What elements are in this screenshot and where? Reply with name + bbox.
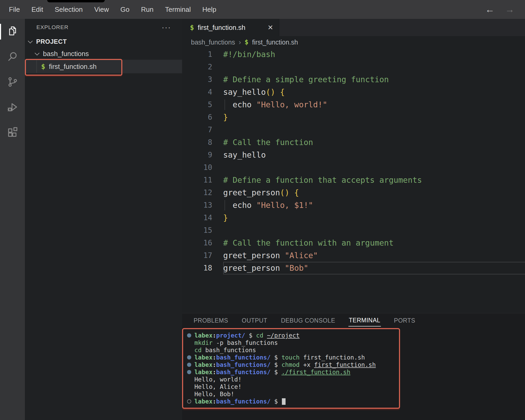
menu-item-go[interactable]: Go [121,5,130,14]
panel-tab-terminal[interactable]: TERMINAL [348,315,381,327]
code-line-11[interactable]: 11# Define a function that accepts argum… [182,174,525,186]
code-line-12[interactable]: 12greet_person() { [182,186,525,199]
terminal[interactable]: labex:project/ $ cd ~/projectmkdir -p ba… [186,332,399,405]
code-line-9[interactable]: 9say_hello [182,149,525,161]
code-line-18[interactable]: 18greet_person "Bob" [182,262,525,274]
folder-label: bash_functions [43,50,89,58]
terminal-token: labex [194,361,212,368]
indent-guide-icon [225,100,225,110]
code-line-4[interactable]: 4say_hello() { [182,86,525,98]
code-line-2[interactable]: 2 [182,61,525,73]
code-line-5[interactable]: 5 echo "Hello, world!" [182,98,525,111]
tree-item-bash-functions[interactable]: bash_functions [25,48,182,60]
extensions-icon [7,127,19,140]
terminal-text: cd bash_functions [194,347,256,353]
prompt-spacer [187,392,191,396]
terminal-token: bash_functions/ [216,361,271,368]
breadcrumb-folder[interactable]: bash_functions [191,38,235,46]
menu-item-help[interactable]: Help [202,5,216,14]
terminal-text: Hello, world! [194,376,242,383]
sidebar-item-source-control[interactable] [0,70,25,95]
code-line-16[interactable]: 16# Call the function with an argument [182,237,525,249]
more-actions-icon[interactable]: ··· [162,26,171,29]
code-line-7[interactable]: 7 [182,124,525,136]
code-line-content: say_hello [223,149,525,161]
terminal-token: bash_functions [205,347,256,353]
close-icon[interactable]: ✕ [267,24,273,32]
breadcrumb-file[interactable]: first_function.sh [252,38,298,46]
menu-bar: FileEditSelectionViewGoRunTerminalHelp ←… [0,0,525,19]
prompt-done-icon [187,370,191,374]
menu-item-terminal[interactable]: Terminal [165,5,191,14]
code-line-content: greet_person "Alice" [223,249,525,262]
terminal-token: $ [271,361,282,368]
code-line-8[interactable]: 8# Call the function [182,136,525,149]
line-number: 3 [182,73,223,86]
panel-tab-ports[interactable]: PORTS [393,316,416,326]
tree-item-project[interactable]: PROJECT [25,36,182,48]
explorer-title: EXPLORER [36,24,68,30]
code-token [275,87,280,97]
terminal-token: labex [194,369,212,375]
menu-item-selection[interactable]: Selection [55,5,83,14]
source-control-icon [7,76,19,89]
panel-tab-debug-console[interactable]: DEBUG CONSOLE [280,316,336,326]
terminal-token: labex [194,354,212,361]
menu-item-view[interactable]: View [94,5,109,14]
terminal-token: bash_functions/ [216,354,271,361]
menu-item-edit[interactable]: Edit [31,5,43,14]
sidebar-item-extensions[interactable] [0,120,25,146]
terminal-token: labex [194,398,212,405]
terminal-token: -p bash_functions [216,339,278,346]
tree-item-first-function[interactable]: $ first_function.sh [25,60,182,73]
sidebar-item-search[interactable] [0,44,25,70]
terminal-text: Hello, Bob! [194,391,234,397]
panel-tab-output[interactable]: OUTPUT [241,316,268,326]
code-line-14[interactable]: 14} [182,212,525,224]
line-number: 1 [182,48,223,61]
code-line-10[interactable]: 10 [182,161,525,174]
terminal-token: : [212,369,216,375]
code-line-13[interactable]: 13 echo "Hello, $1!" [182,199,525,212]
menu-item-file[interactable]: File [9,5,20,14]
chevron-right-icon: › [239,38,241,46]
code-line-6[interactable]: 6} [182,111,525,124]
code-line-1[interactable]: 1#!/bin/bash [182,48,525,61]
editor-group: $ first_function.sh ✕ bash_functions › $… [182,19,525,420]
code-token: # Call the function with an argument [223,238,393,247]
code-token: { [294,188,299,197]
code-line-content: greet_person "Bob" [223,262,525,274]
code-line-17[interactable]: 17greet_person "Alice" [182,249,525,262]
terminal-line-9: Hello, Bob! [186,390,399,398]
terminal-token: $ [271,398,282,405]
breadcrumb: bash_functions › $ first_function.sh [182,36,525,48]
code-line-3[interactable]: 3# Define a simple greeting function [182,73,525,86]
terminal-token: $ [271,354,282,361]
terminal-line-5: labex:bash_functions/ $ chmod +x first_f… [186,361,399,368]
terminal-token: cd [194,347,205,353]
back-arrow-icon[interactable]: ← [485,5,495,14]
line-number: 15 [182,224,223,237]
terminal-line-6: labex:bash_functions/ $ ./first_function… [186,368,399,376]
line-number: 10 [182,161,223,174]
terminal-token: labex [194,332,212,339]
code-editor[interactable]: 1#!/bin/bash23# Define a simple greeting… [182,48,525,313]
sidebar-item-explorer[interactable] [0,19,25,44]
sidebar-item-run-debug[interactable] [0,95,25,120]
terminal-line-8: Hello, Alice! [186,383,399,390]
terminal-token: : [212,332,216,339]
prompt-done-icon [187,333,191,338]
tab-first-function[interactable]: $ first_function.sh ✕ [182,19,279,36]
panel-tab-problems[interactable]: PROBLEMS [193,316,229,326]
code-line-15[interactable]: 15 [182,224,525,237]
code-token: # Define a simple greeting function [223,75,389,84]
active-indicator [0,24,1,40]
shell-file-icon: $ [245,38,248,46]
line-number: 12 [182,186,223,199]
menu-item-run[interactable]: Run [141,5,154,14]
terminal-line-2: mkdir -p bash_functions [186,339,399,346]
file-label: first_function.sh [49,63,97,71]
terminal-line-4: labex:bash_functions/ $ touch first_func… [186,354,399,361]
terminal-text: labex:bash_functions/ $ chmod +x first_f… [194,361,376,368]
terminal-token: $ [271,369,282,375]
